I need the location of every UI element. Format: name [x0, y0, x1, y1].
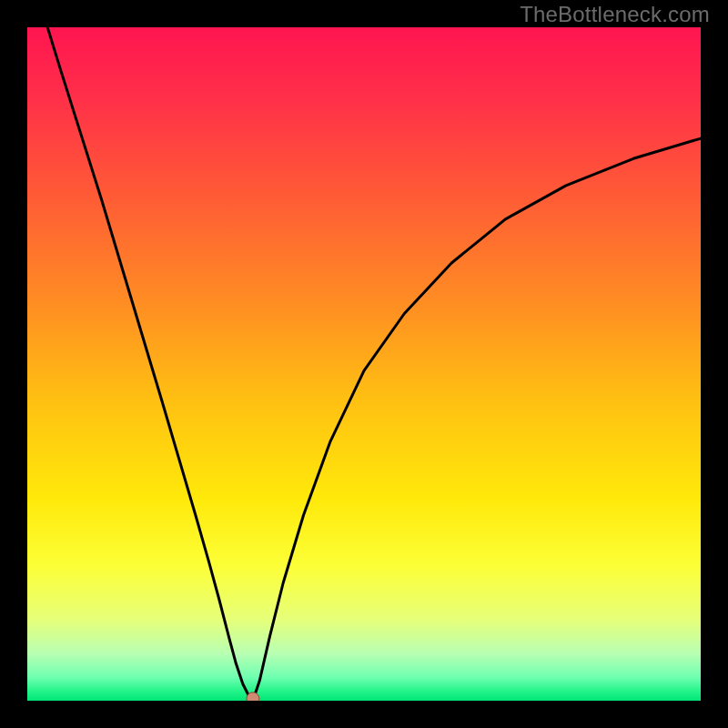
plot-area [27, 27, 701, 701]
chart-svg [27, 27, 701, 701]
gradient-background [27, 27, 701, 701]
watermark-text: TheBottleneck.com [520, 2, 710, 27]
chart-container: TheBottleneck.com [0, 0, 728, 728]
optimal-point-marker [247, 693, 259, 701]
